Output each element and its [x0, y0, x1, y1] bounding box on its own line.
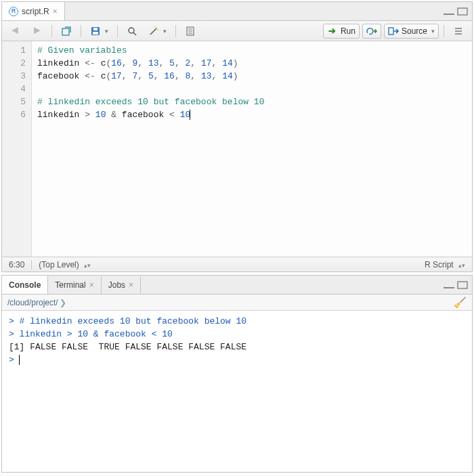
svg-rect-16: [389, 28, 393, 35]
separator: [175, 25, 176, 37]
working-directory: /cloud/project/: [7, 298, 58, 307]
console-prompt-line: > linkedin > 10 & facebook < 10: [9, 328, 465, 341]
caret-icon: ▾: [105, 28, 108, 35]
tab-label: Terminal: [55, 280, 85, 290]
run-label: Run: [341, 26, 356, 36]
close-icon[interactable]: ×: [89, 280, 94, 290]
source-label: Source: [402, 26, 427, 36]
arrow-left-icon: ⯇: [10, 26, 21, 37]
code-line: linkedin > 10 & facebook < 10: [37, 108, 467, 121]
run-button[interactable]: ➔ Run: [323, 24, 360, 39]
console-path-bar: /cloud/project/ ❯ 🧹: [2, 295, 472, 311]
source-status-bar: 6:30 (Top Level) ▴▾ R Script ▴▾: [2, 257, 472, 272]
wand-icon: [148, 26, 159, 37]
svg-line-8: [150, 28, 156, 35]
source-tab-label: script.R: [22, 7, 49, 16]
nav-back-button[interactable]: ⯇: [6, 24, 25, 39]
maximize-icon[interactable]: [457, 7, 468, 16]
run-icon: ➔: [327, 26, 338, 37]
caret-icon: ▾: [431, 28, 435, 35]
magnifier-icon: [127, 26, 137, 37]
separator: [31, 260, 32, 269]
popout-button[interactable]: [57, 24, 76, 39]
source-icon: [388, 26, 399, 37]
sort-icon: ▴▾: [458, 262, 465, 269]
source-button[interactable]: Source ▾: [384, 24, 439, 39]
separator: [51, 25, 52, 37]
outline-button[interactable]: [449, 24, 468, 39]
code-area[interactable]: # Given variableslinkedin <- c(16, 9, 13…: [32, 41, 472, 257]
save-button[interactable]: ▾: [86, 24, 112, 39]
console-tab-terminal[interactable]: Terminal×: [48, 276, 101, 295]
svg-rect-20: [444, 287, 454, 288]
tab-label: Console: [9, 280, 41, 290]
svg-point-9: [156, 28, 157, 29]
svg-rect-1: [458, 8, 467, 15]
line-number-gutter: 123456: [2, 41, 32, 257]
code-line: # Given variables: [37, 44, 467, 57]
maximize-icon[interactable]: [457, 281, 468, 289]
notebook-button[interactable]: [181, 24, 200, 39]
svg-point-10: [157, 29, 158, 30]
svg-rect-5: [93, 32, 98, 35]
console-output-line: [1] FALSE FALSE TRUE FALSE FALSE FALSE F…: [9, 341, 465, 353]
find-button[interactable]: [123, 24, 142, 39]
console-prompt-line: > # linkedin exceeds 10 but facebook bel…: [9, 315, 465, 328]
code-line: facebook <- c(17, 7, 5, 16, 8, 13, 14): [37, 70, 467, 83]
minimize-icon[interactable]: [444, 7, 454, 16]
minimize-icon[interactable]: [444, 281, 454, 289]
wand-button[interactable]: ▾: [144, 24, 171, 39]
clear-console-icon[interactable]: 🧹: [454, 297, 467, 309]
save-icon: [90, 26, 101, 37]
code-line: linkedin <- c(16, 9, 13, 5, 2, 17, 14): [37, 57, 467, 70]
svg-point-6: [129, 28, 134, 33]
rerun-icon: [366, 26, 377, 37]
code-editor[interactable]: 123456 # Given variableslinkedin <- c(16…: [2, 41, 472, 257]
file-mode-label: R Script: [425, 260, 454, 269]
console-tab-jobs[interactable]: Jobs×: [102, 276, 141, 295]
r-file-icon: R: [9, 7, 18, 16]
separator: [444, 25, 444, 37]
arrow-right-icon: ⯈: [32, 26, 43, 37]
source-tab-script[interactable]: R script.R ×: [2, 2, 65, 20]
code-line: [37, 83, 467, 95]
separator: [117, 25, 118, 37]
cursor-position: 6:30: [9, 260, 24, 269]
console-tab-console[interactable]: Console: [2, 276, 48, 294]
svg-line-7: [133, 33, 136, 35]
rerun-button[interactable]: [362, 24, 381, 39]
svg-point-11: [154, 26, 156, 28]
outline-icon: [453, 26, 464, 37]
svg-rect-0: [444, 14, 454, 15]
svg-rect-2: [62, 28, 69, 35]
popout-icon: [61, 26, 72, 37]
console-prompt-line: >: [9, 353, 465, 366]
panel-window-controls: [444, 7, 468, 16]
panel-window-controls: [444, 281, 468, 289]
sort-icon: ▴▾: [84, 262, 91, 269]
code-line: # linkedin exceeds 10 but facebook below…: [37, 95, 467, 108]
source-tab-strip: R script.R ×: [2, 2, 472, 21]
close-icon[interactable]: ×: [53, 7, 58, 16]
tab-label: Jobs: [108, 280, 125, 290]
notebook-icon: [185, 26, 196, 37]
console-output[interactable]: > # linkedin exceeds 10 but facebook bel…: [2, 311, 472, 472]
console-panel: ConsoleTerminal×Jobs× /cloud/project/ ❯ …: [1, 275, 473, 473]
separator: [81, 25, 81, 37]
svg-rect-4: [93, 28, 98, 30]
close-icon[interactable]: ×: [129, 280, 133, 290]
source-panel: R script.R × ⯇ ⯈ ▾: [1, 1, 473, 272]
scope-label: (Top Level): [39, 260, 79, 269]
scope-selector[interactable]: (Top Level) ▴▾: [39, 260, 91, 269]
caret-icon: ▾: [163, 28, 167, 35]
source-toolbar: ⯇ ⯈ ▾ ▾: [2, 21, 472, 41]
nav-forward-button[interactable]: ⯈: [28, 24, 47, 39]
svg-rect-21: [458, 282, 467, 288]
path-go-icon[interactable]: ❯: [60, 298, 66, 307]
console-tab-strip: ConsoleTerminal×Jobs×: [2, 276, 472, 295]
file-mode-selector[interactable]: R Script ▴▾: [425, 260, 465, 269]
